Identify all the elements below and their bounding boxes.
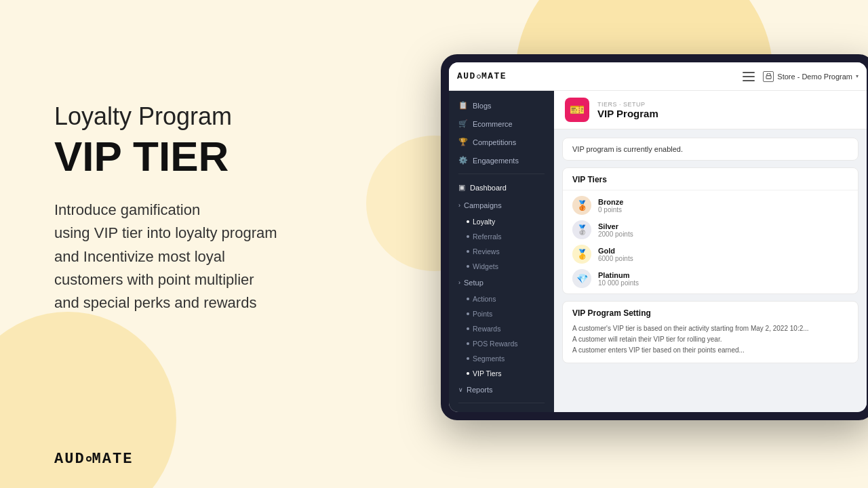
sidebar-item-competitions[interactable]: 🏆 Competitions	[449, 133, 554, 151]
sidebar-sub-item-rewards[interactable]: Rewards	[452, 321, 554, 336]
gold-info: Gold 6000 points	[598, 247, 633, 262]
loyalty-label: Loyalty Program	[54, 102, 407, 131]
tier-item-silver: 🥈 Silver 2000 points	[572, 220, 848, 239]
setup-sub-items: Actions Points Rewards POS Rewards	[449, 291, 554, 381]
sub-label-loyalty: Loyalty	[473, 218, 495, 226]
sidebar-sub-item-segments[interactable]: Segments	[452, 351, 554, 366]
sidebar-item-engagements[interactable]: ⚙️ Engagements	[449, 151, 554, 169]
page-title: VIP Program	[597, 108, 658, 119]
main-content: 🎫 TIERS · SETUP VIP Program VIP program …	[554, 91, 867, 412]
store-selector[interactable]: Store - Demo Program ▾	[763, 71, 859, 82]
sidebar-label-blogs: Blogs	[473, 102, 492, 110]
sidebar-label-campaigns: Campaigns	[464, 201, 502, 209]
store-icon	[763, 71, 774, 82]
silver-name: Silver	[598, 222, 633, 230]
sidebar-item-ecommerce[interactable]: 🛒 Ecommerce	[449, 115, 554, 133]
rewards-dot	[467, 327, 469, 330]
segments-dot	[467, 357, 469, 360]
chevron-down-icon: ▾	[856, 73, 859, 79]
sidebar-label-setup: Setup	[464, 279, 484, 287]
app-header: AUDMATE Store - Demo Program ▾	[449, 62, 867, 91]
sidebar-sub-item-loyalty[interactable]: Loyalty	[452, 214, 554, 229]
tier-list: 🥉 Bronze 0 points 🥈 Silver	[563, 190, 858, 293]
bronze-badge: 🥉	[572, 196, 591, 215]
platinum-name: Platinum	[598, 271, 639, 279]
sidebar-divider-1	[458, 174, 545, 174]
engagements-icon: ⚙️	[458, 156, 468, 165]
sub-label-rewards: Rewards	[473, 325, 500, 333]
sub-label-reviews: Reviews	[473, 247, 500, 256]
gold-points: 6000 points	[598, 255, 633, 262]
sidebar-item-reports[interactable]: ∨ Reports	[449, 381, 554, 399]
points-dot	[467, 312, 469, 315]
tier-item-platinum: 💎 Platinum 10 000 points	[572, 269, 848, 288]
vip-settings-card: VIP Program Setting A customer's VIP tie…	[562, 301, 859, 363]
sidebar-sub-item-reviews[interactable]: Reviews	[452, 244, 554, 259]
enabled-text: VIP program is currently enabled.	[572, 145, 683, 153]
pos-dot	[467, 342, 469, 345]
menu-icon[interactable]	[743, 72, 755, 81]
bronze-info: Bronze 0 points	[598, 198, 623, 214]
sidebar-sub-item-widgets[interactable]: Widgets	[452, 259, 554, 274]
device-wrapper: AUDMATE Store - Demo Program ▾	[441, 54, 868, 434]
sidebar-item-url-shortners[interactable]: 🔗 URL Shortners	[449, 407, 554, 412]
bronze-name: Bronze	[598, 198, 623, 206]
vip-tiers-card: VIP Tiers 🥉 Bronze 0 points	[562, 167, 859, 294]
device-screen: AUDMATE Store - Demo Program ▾	[449, 62, 867, 412]
page-breadcrumb: TIERS · SETUP	[597, 101, 658, 108]
sidebar-sub-item-points[interactable]: Points	[452, 306, 554, 321]
sub-label-vip-tiers: VIP Tiers	[473, 369, 501, 378]
reviews-dot	[467, 250, 469, 253]
platinum-info: Platinum 10 000 points	[598, 271, 639, 287]
enabled-info-bar: VIP program is currently enabled.	[562, 138, 859, 161]
sidebar-label-ecommerce: Ecommerce	[473, 120, 513, 128]
sub-label-actions: Actions	[473, 295, 496, 303]
settings-title: VIP Program Setting	[572, 308, 848, 318]
page-header-text: TIERS · SETUP VIP Program	[597, 101, 658, 119]
description-text: Introduce gamification using VIP tier in…	[54, 199, 407, 314]
competitions-icon: 🏆	[458, 138, 468, 146]
vip-tiers-dot	[467, 372, 469, 375]
vip-tiers-card-title: VIP Tiers	[563, 168, 858, 190]
sidebar-sub-item-vip-tiers[interactable]: VIP Tiers	[452, 366, 554, 381]
reports-chevron-icon: ∨	[458, 386, 463, 393]
sidebar-label-competitions: Competitions	[473, 138, 516, 146]
left-panel: Loyalty Program VIP TIER Introduce gamif…	[54, 102, 407, 314]
campaigns-chevron-icon: ›	[458, 202, 460, 209]
sidebar-item-blogs[interactable]: 📋 Blogs	[449, 96, 554, 115]
sidebar-sub-item-actions[interactable]: Actions	[452, 291, 554, 306]
store-label: Store - Demo Program	[777, 73, 852, 81]
app-logo: AUDMATE	[457, 71, 507, 81]
sub-label-points: Points	[473, 310, 492, 318]
blogs-icon: 📋	[458, 101, 468, 110]
sidebar-sub-item-pos-rewards[interactable]: POS Rewards	[452, 336, 554, 351]
svg-rect-0	[766, 76, 771, 79]
silver-badge: 🥈	[572, 220, 591, 239]
settings-text: A customer's VIP tier is based on their …	[572, 323, 848, 356]
silver-info: Silver 2000 points	[598, 222, 633, 238]
sidebar-item-campaigns[interactable]: › Campaigns	[449, 197, 554, 214]
sidebar-item-setup[interactable]: › Setup	[449, 274, 554, 291]
sub-label-referrals: Referrals	[473, 232, 502, 241]
sidebar-label-dashboard: Dashboard	[470, 184, 507, 192]
actions-dot	[467, 298, 469, 300]
loyalty-dot	[467, 220, 469, 223]
campaigns-sub-items: Loyalty Referrals Reviews Widgets	[449, 214, 554, 274]
content-area: VIP program is currently enabled. VIP Ti…	[554, 129, 867, 371]
setup-chevron-icon: ›	[458, 279, 460, 286]
tier-item-bronze: 🥉 Bronze 0 points	[572, 196, 848, 215]
sidebar-label-engagements: Engagements	[473, 157, 519, 165]
tier-item-gold: 🥇 Gold 6000 points	[572, 245, 848, 264]
sidebar-divider-2	[458, 403, 545, 403]
sidebar-item-dashboard[interactable]: ▣ Dashboard	[449, 178, 554, 197]
vip-icon-badge: 🎫	[565, 98, 589, 122]
app-body: 📋 Blogs 🛒 Ecommerce 🏆 Competitions ⚙️ En…	[449, 91, 867, 412]
page-header: 🎫 TIERS · SETUP VIP Program	[554, 91, 867, 129]
ecommerce-icon: 🛒	[458, 119, 468, 128]
device-frame: AUDMATE Store - Demo Program ▾	[441, 54, 868, 420]
gold-name: Gold	[598, 247, 633, 255]
platinum-badge: 💎	[572, 269, 591, 288]
gold-badge: 🥇	[572, 245, 591, 264]
platinum-points: 10 000 points	[598, 279, 639, 287]
sidebar-sub-item-referrals[interactable]: Referrals	[452, 229, 554, 244]
